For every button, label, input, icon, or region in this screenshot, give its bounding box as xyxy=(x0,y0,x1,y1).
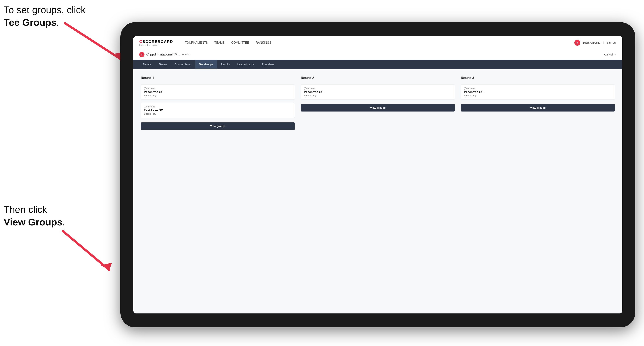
round-1-course-a-format: Stroke Play xyxy=(144,94,292,97)
main-content: Round 1 (Course A) Peachtree GC Stroke P… xyxy=(133,69,622,314)
round-1-course-b-name: East Lake GC xyxy=(144,109,292,112)
tab-teams[interactable]: Teams xyxy=(155,60,171,69)
round-3-course-a-label: (Course A) xyxy=(464,87,612,90)
round-1-course-b-card: (Course B) East Lake GC Stroke Play xyxy=(141,103,295,118)
round-1-course-a-name: Peachtree GC xyxy=(144,90,292,94)
round-2-course-a-card: (Course A) Peachtree GC Stroke Play xyxy=(301,84,455,100)
round-3-course-a-card: (Course A) Peachtree GC Stroke Play xyxy=(461,84,615,100)
logo-text: SCOREBOARD xyxy=(142,40,173,44)
scoreboard-logo: CSCOREBOARD Powered by clippit xyxy=(139,39,173,46)
svg-line-0 xyxy=(65,23,122,60)
cancel-button[interactable]: Cancel ✕ xyxy=(604,53,616,56)
round-3-column: Round 3 (Course A) Peachtree GC Stroke P… xyxy=(461,76,615,130)
nav-right: B blair@clippd.io | Sign out xyxy=(574,40,616,46)
nav-committee[interactable]: COMMITTEE xyxy=(231,40,249,45)
round-3-title: Round 3 xyxy=(461,76,615,80)
tournament-name: C Clippd Invitational (M... Hosting xyxy=(139,52,190,57)
round-2-course-a-label: (Course A) xyxy=(304,87,452,90)
logo-sub: Powered by clippit xyxy=(139,44,173,46)
top-navigation: CSCOREBOARD Powered by clippit TOURNAMEN… xyxy=(133,36,622,49)
tab-details[interactable]: Details xyxy=(139,60,155,69)
arrow-bottom-icon xyxy=(52,226,115,277)
rounds-container: Round 1 (Course A) Peachtree GC Stroke P… xyxy=(141,76,615,130)
round-1-course-b-format: Stroke Play xyxy=(144,112,292,115)
round-2-column: Round 2 (Course A) Peachtree GC Stroke P… xyxy=(301,76,455,130)
svg-line-2 xyxy=(63,231,109,270)
nav-teams[interactable]: TEAMS xyxy=(214,40,225,45)
round-2-course-a-name: Peachtree GC xyxy=(304,90,452,94)
tab-printables[interactable]: Printables xyxy=(258,60,278,69)
tablet-screen: CSCOREBOARD Powered by clippit TOURNAMEN… xyxy=(133,36,622,314)
round-1-course-a-label: (Course A) xyxy=(144,87,292,90)
logo-c: C xyxy=(139,39,142,44)
user-avatar: B xyxy=(574,40,580,46)
tablet-device: CSCOREBOARD Powered by clippit TOURNAMEN… xyxy=(120,22,635,327)
round-2-title: Round 2 xyxy=(301,76,455,80)
tab-results[interactable]: Results xyxy=(217,60,234,69)
tournament-logo: C xyxy=(139,52,144,57)
round-1-column: Round 1 (Course A) Peachtree GC Stroke P… xyxy=(141,76,295,130)
tournament-header: C Clippd Invitational (M... Hosting Canc… xyxy=(133,49,622,60)
tab-course-setup[interactable]: Course Setup xyxy=(171,60,195,69)
instruction-bottom-line1: Then click xyxy=(4,204,47,215)
instruction-top-line1: To set groups, click xyxy=(4,4,86,15)
nav-tournaments[interactable]: TOURNAMENTS xyxy=(185,40,208,45)
tab-leaderboards[interactable]: Leaderboards xyxy=(234,60,258,69)
round-2-view-groups-button[interactable]: View groups xyxy=(301,104,455,112)
round-3-view-groups-button[interactable]: View groups xyxy=(461,104,615,112)
tab-tee-groups[interactable]: Tee Groups xyxy=(195,60,217,69)
user-email: blair@clippd.io xyxy=(583,41,600,44)
round-1-course-b-label: (Course B) xyxy=(144,105,292,108)
sign-out-link[interactable]: Sign out xyxy=(607,41,616,44)
hosting-badge: Hosting xyxy=(182,53,190,56)
round-2-course-a-format: Stroke Play xyxy=(304,94,452,97)
tournament-title: Clippd Invitational (M... xyxy=(146,52,180,56)
tab-bar: Details Teams Course Setup Tee Groups Re… xyxy=(133,60,622,69)
instruction-bottom: Then click View Groups. xyxy=(4,203,65,228)
nav-rankings[interactable]: RANKINGS xyxy=(256,40,271,45)
round-3-course-a-format: Stroke Play xyxy=(464,94,612,97)
round-1-course-a-card: (Course A) Peachtree GC Stroke Play xyxy=(141,84,295,100)
round-3-course-a-name: Peachtree GC xyxy=(464,90,612,94)
round-1-title: Round 1 xyxy=(141,76,295,80)
round-1-view-groups-button[interactable]: View groups xyxy=(141,122,295,130)
nav-links: TOURNAMENTS TEAMS COMMITTEE RANKINGS xyxy=(185,40,566,45)
tee-groups-label: Tee Groups xyxy=(4,17,56,28)
